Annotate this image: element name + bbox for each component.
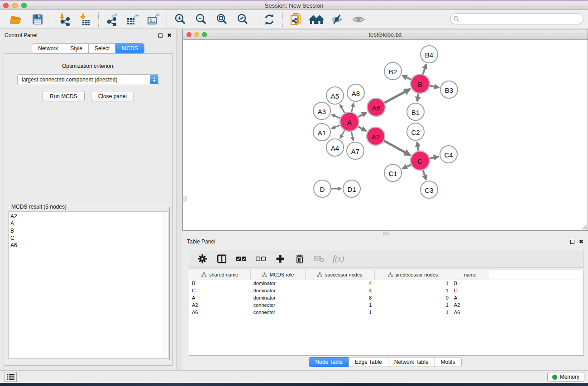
node-C1[interactable]: C1 [384, 164, 402, 181]
table-settings-gear-icon[interactable] [196, 253, 208, 265]
column-header-successor-nodes[interactable]: successor nodes [305, 270, 374, 280]
zoom-selected-icon[interactable] [235, 12, 250, 27]
table-cell[interactable]: A2 [189, 301, 251, 309]
table-cell[interactable]: 4 [305, 287, 374, 294]
table-row[interactable]: Bdominator41B [189, 280, 583, 287]
table-cell[interactable]: 0 [374, 294, 451, 301]
export-table-icon[interactable] [125, 12, 140, 27]
table-cell[interactable]: B [189, 280, 251, 287]
close-table-panel-icon[interactable]: ✖ [579, 239, 583, 244]
zoom-out-icon[interactable] [193, 12, 209, 27]
node-A2[interactable]: A2 [367, 127, 385, 145]
table-row[interactable]: A2connector11A2 [189, 301, 583, 309]
window-resize-grip[interactable] [581, 224, 587, 230]
table-cell[interactable]: 1 [374, 280, 451, 287]
table-cell[interactable]: dominator [251, 287, 306, 294]
table-cell[interactable]: connector [251, 309, 306, 316]
export-image-icon[interactable] [146, 12, 161, 27]
select-all-icon[interactable] [235, 253, 247, 265]
close-panel-icon[interactable]: ✖ [167, 33, 172, 38]
import-table-icon[interactable] [77, 12, 93, 27]
node-B2[interactable]: B2 [384, 62, 402, 80]
mcds-result-item[interactable]: C [10, 234, 168, 242]
table-cell[interactable]: 1 [305, 309, 374, 316]
home-networks-icon[interactable] [309, 12, 325, 27]
column-header-shared-name[interactable]: shared name [189, 270, 251, 280]
node-A6[interactable]: A6 [367, 98, 385, 116]
node-A1[interactable]: A1 [313, 124, 330, 141]
table-cell[interactable]: connector [251, 301, 306, 309]
show-column-pane-icon[interactable] [216, 253, 228, 265]
column-header-MCDS-role[interactable]: MCDS role [251, 270, 306, 280]
tab-select[interactable]: Select [88, 43, 116, 53]
search-field[interactable] [450, 13, 583, 24]
table-cell[interactable]: B [451, 280, 489, 287]
node-A3[interactable]: A3 [313, 102, 330, 119]
show-eye-icon[interactable] [351, 12, 366, 27]
duplicate-network-icon[interactable] [288, 12, 304, 27]
task-history-button[interactable] [5, 372, 17, 382]
node-A7[interactable]: A7 [347, 142, 364, 159]
node-C3[interactable]: C3 [421, 181, 438, 198]
export-network-icon[interactable] [104, 12, 120, 27]
table-cell[interactable]: A6 [189, 309, 251, 316]
mcds-result-list[interactable]: A2ABCA6 [8, 211, 168, 359]
mcds-result-item[interactable]: A2 [10, 213, 168, 220]
memory-button[interactable]: Memory [547, 372, 584, 382]
node-B4[interactable]: B4 [421, 46, 438, 63]
zoom-fit-icon[interactable] [214, 12, 229, 27]
zoom-in-icon[interactable] [172, 12, 188, 27]
node-A4[interactable]: A4 [326, 139, 344, 156]
float-table-panel-icon[interactable] [570, 240, 574, 244]
table-cell[interactable]: A [451, 294, 489, 301]
mcds-result-item[interactable]: A [10, 220, 168, 227]
node-D[interactable]: D [314, 180, 331, 197]
tab-motifs[interactable]: Motifs [435, 357, 462, 367]
table-row[interactable]: Adominator80A [189, 294, 583, 301]
table-row[interactable]: Cdominator41C [189, 287, 583, 294]
hide-details-icon[interactable] [330, 12, 345, 27]
mcds-result-item[interactable]: B [10, 227, 168, 234]
network-window-titlebar[interactable]: testGlobe.txt [183, 29, 588, 40]
splitter-handle[interactable] [383, 232, 389, 235]
table-cell[interactable]: 4 [305, 280, 374, 287]
tab-network-table[interactable]: Network Table [388, 357, 435, 367]
table-cell[interactable]: 1 [305, 301, 374, 309]
tab-node-table[interactable]: Node Table [309, 357, 349, 367]
node-A8[interactable]: A8 [347, 84, 364, 101]
refresh-layout-icon[interactable] [262, 12, 277, 27]
table-cell[interactable]: A2 [451, 301, 489, 309]
table-cell[interactable]: C [189, 287, 251, 294]
table-cell[interactable]: C [451, 287, 489, 294]
table-cell[interactable]: 8 [305, 294, 374, 301]
table-cell[interactable]: 1 [374, 287, 451, 294]
node-A5[interactable]: A5 [326, 87, 344, 104]
open-session-icon[interactable] [9, 12, 24, 27]
deselect-all-icon[interactable] [255, 253, 267, 265]
horizontal-splitter[interactable] [182, 231, 588, 235]
criterion-select[interactable]: largest connected component (directed) [17, 74, 159, 85]
mcds-result-item[interactable]: A6 [10, 242, 168, 249]
table-cell[interactable]: A6 [451, 309, 489, 316]
node-C4[interactable]: C4 [440, 146, 457, 163]
column-header-predecessor-nodes[interactable]: predecessor nodes [374, 270, 451, 280]
table-cell[interactable]: dominator [251, 294, 306, 301]
tab-edge-table[interactable]: Edge Table [349, 357, 388, 367]
node-B1[interactable]: B1 [407, 103, 424, 120]
node-B[interactable]: B [411, 74, 430, 93]
run-mcds-button[interactable]: Run MCDS [43, 91, 85, 101]
table-cell[interactable]: 1 [374, 309, 451, 316]
node-D1[interactable]: D1 [343, 180, 360, 197]
import-network-icon[interactable] [57, 12, 72, 27]
tab-network[interactable]: Network [32, 43, 64, 53]
table-cell[interactable]: A [189, 294, 251, 301]
tab-mcds[interactable]: MCDS [115, 43, 144, 53]
tab-style[interactable]: Style [64, 43, 89, 53]
splitter-grip[interactable] [183, 196, 186, 202]
list-scrollbar[interactable] [163, 212, 168, 358]
search-input[interactable] [462, 16, 575, 22]
table-row[interactable]: A6connector11A6 [189, 309, 583, 316]
table-cell[interactable]: 1 [374, 301, 451, 309]
network-canvas[interactable]: AA1A2A3A4A5A6A7A8BB1B2B3B4CC1C2C3C4DD1 [183, 40, 588, 230]
close-panel-button[interactable]: Close panel [91, 91, 134, 101]
